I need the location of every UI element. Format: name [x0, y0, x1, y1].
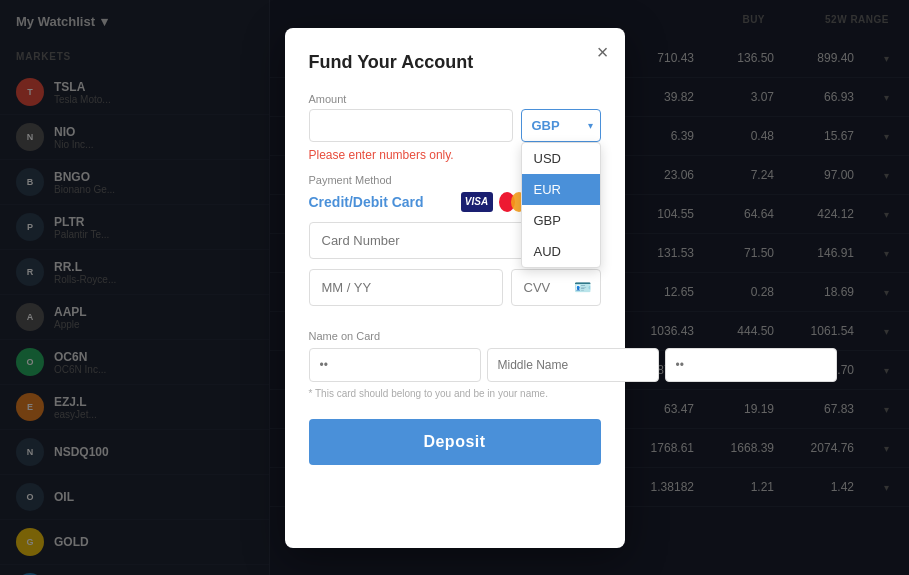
name-row: [309, 348, 601, 382]
deposit-button[interactable]: Deposit: [309, 419, 601, 465]
amount-input[interactable]: [309, 109, 513, 142]
modal-title: Fund Your Account: [309, 52, 601, 73]
expiry-input[interactable]: [309, 269, 503, 306]
first-name-input[interactable]: [309, 348, 481, 382]
currency-select-wrapper: GBP ▾ USD EUR GBP AUD: [521, 109, 601, 142]
expiry-cvv-row: 🪪: [309, 269, 601, 306]
currency-dropdown[interactable]: USD EUR GBP AUD: [521, 142, 601, 268]
last-name-input[interactable]: [665, 348, 837, 382]
visa-icon: VISA: [461, 192, 493, 212]
currency-option-gbp[interactable]: GBP: [522, 205, 600, 236]
middle-name-input[interactable]: [487, 348, 659, 382]
name-label: Name on Card: [309, 330, 601, 342]
currency-select[interactable]: GBP: [521, 109, 601, 142]
payment-method-text[interactable]: Credit/Debit Card: [309, 194, 424, 210]
currency-option-eur[interactable]: EUR: [522, 174, 600, 205]
modal-overlay: Fund Your Account × Amount GBP ▾ USD EUR…: [0, 0, 909, 575]
amount-label: Amount: [309, 93, 601, 105]
amount-row: GBP ▾ USD EUR GBP AUD: [309, 109, 601, 142]
card-note: * This card should belong to you and be …: [309, 388, 601, 399]
currency-option-aud[interactable]: AUD: [522, 236, 600, 267]
cvv-wrapper: 🪪: [511, 269, 601, 306]
currency-option-usd[interactable]: USD: [522, 143, 600, 174]
close-button[interactable]: ×: [597, 42, 609, 62]
card-icon: 🪪: [574, 279, 591, 295]
fund-account-modal: Fund Your Account × Amount GBP ▾ USD EUR…: [285, 28, 625, 548]
